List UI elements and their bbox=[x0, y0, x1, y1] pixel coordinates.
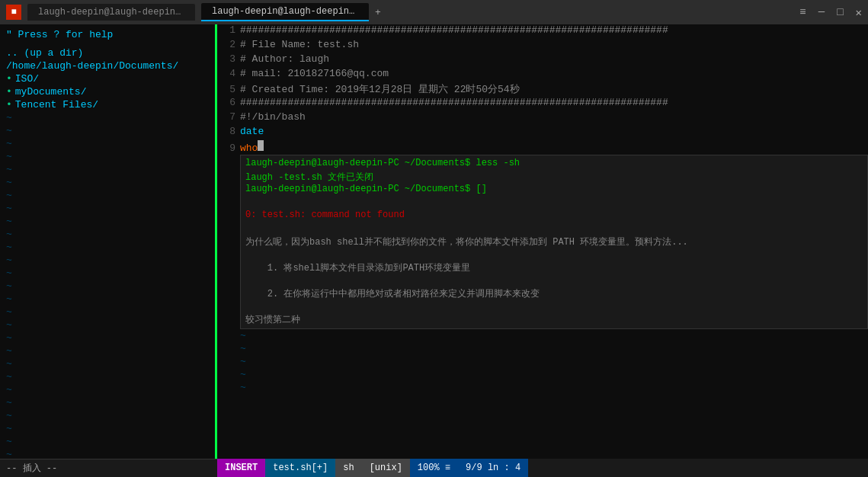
tilde-line: ~ bbox=[0, 422, 215, 435]
menu-button[interactable]: ≡ bbox=[799, 6, 806, 19]
maximize-button[interactable]: □ bbox=[837, 6, 843, 19]
editor-line-6: 6 ######################################… bbox=[217, 97, 868, 111]
terminal-line bbox=[245, 300, 863, 313]
tilde-line: ~ bbox=[0, 137, 215, 150]
terminal-line: laugh-deepin@laugh-deepin-PC ~/Documents… bbox=[245, 158, 863, 171]
tilde-line: ~ bbox=[217, 381, 868, 394]
tilde-line: ~ bbox=[0, 319, 215, 331]
line-number: 8 bbox=[217, 126, 240, 137]
tilde-line: ~ bbox=[217, 342, 868, 355]
line-text: # Author: laugh bbox=[240, 53, 329, 65]
terminal-line bbox=[245, 274, 863, 287]
line-number: 7 bbox=[217, 111, 240, 123]
filebrowser-panel: " Press ? for help .. (up a dir) /home/l… bbox=[0, 24, 217, 459]
tilde-line: ~ bbox=[0, 435, 215, 448]
tab-1[interactable]: laugh-deepin@laugh-deepin-PC: ~/Document… bbox=[27, 4, 195, 21]
editor-line-4: 4 # mail: 2101827166@qq.com bbox=[217, 68, 868, 82]
tilde-line: ~ bbox=[217, 368, 868, 381]
line-text: # mail: 2101827166@qq.com bbox=[240, 68, 389, 79]
bullet-icon: • bbox=[6, 73, 12, 85]
editor-line-3: 3 # Author: laugh bbox=[217, 53, 868, 68]
terminal-line: 0: test.sh: command not found bbox=[245, 210, 863, 222]
line-text: # File Name: test.sh bbox=[240, 39, 359, 50]
bullet-icon: • bbox=[6, 86, 12, 98]
editor-line-2: 2 # File Name: test.sh bbox=[217, 39, 868, 53]
tilde-line: ~ bbox=[0, 357, 215, 370]
titlebar: ■ laugh-deepin@laugh-deepin-PC: ~/Docume… bbox=[0, 0, 868, 24]
insert-mode-label: -- 插入 -- bbox=[0, 459, 217, 477]
tilde-line: ~ bbox=[0, 293, 215, 306]
terminal-line: 较习惯第二种 bbox=[245, 313, 863, 326]
status-percent: 100% ≡ bbox=[410, 459, 458, 477]
editor-content: 1 ######################################… bbox=[217, 24, 868, 459]
list-item[interactable]: • Tencent Files/ bbox=[0, 98, 215, 111]
line-number: 4 bbox=[217, 68, 240, 79]
tilde-line: ~ bbox=[0, 202, 215, 215]
tilde-line: ~ bbox=[0, 163, 215, 176]
tilde-line: ~ bbox=[0, 189, 215, 202]
tilde-line: ~ bbox=[0, 344, 215, 357]
line-number: 2 bbox=[217, 39, 240, 50]
editor-line-8: 8 date bbox=[217, 126, 868, 140]
main-layout: " Press ? for help .. (up a dir) /home/l… bbox=[0, 24, 868, 459]
line-number: 3 bbox=[217, 53, 240, 65]
tilde-line: ~ bbox=[0, 111, 215, 124]
cursor bbox=[258, 140, 264, 151]
tilde-line: ~ bbox=[0, 176, 215, 189]
tilde-line: ~ bbox=[0, 228, 215, 241]
editor-pane[interactable]: 1 ######################################… bbox=[217, 24, 868, 459]
tab-2[interactable]: laugh-deepin@laugh-deepin-PC: ~/Docume..… bbox=[201, 3, 369, 21]
tilde-line: ~ bbox=[0, 124, 215, 137]
folder-name: Tencent Files/ bbox=[15, 99, 98, 110]
terminal-line bbox=[245, 197, 863, 210]
close-button[interactable]: ✕ bbox=[856, 6, 862, 19]
tilde-line: ~ bbox=[0, 254, 215, 267]
terminal-icon: ■ bbox=[6, 5, 21, 20]
status-encoding: [unix] bbox=[362, 459, 410, 477]
folder-name: ISO/ bbox=[15, 73, 39, 85]
tilde-line: ~ bbox=[0, 306, 215, 319]
terminal-overlay: laugh-deepin@laugh-deepin-PC ~/Documents… bbox=[240, 155, 868, 329]
terminal-line bbox=[245, 248, 863, 261]
filebrowser-hint: " Press ? for help bbox=[0, 27, 215, 42]
tilde-line: ~ bbox=[0, 383, 215, 396]
tilde-line: ~ bbox=[0, 396, 215, 409]
terminal-line: 2. 在你将运行中中都用绝对或者相对路径来定义并调用脚本来改变 bbox=[245, 287, 863, 300]
list-item[interactable]: • myDocuments/ bbox=[0, 85, 215, 98]
bullet-icon: • bbox=[6, 99, 12, 110]
status-filename: test.sh[+] bbox=[265, 459, 335, 477]
tilde-line: ~ bbox=[0, 409, 215, 422]
status-mode: INSERT bbox=[217, 459, 265, 477]
line-number: 1 bbox=[217, 24, 240, 36]
folder-name: myDocuments/ bbox=[15, 86, 87, 98]
line-text: # Created Time: 2019年12月28日 星期六 22时50分54… bbox=[240, 82, 520, 96]
terminal-line: laugh-deepin@laugh-deepin-PC ~/Documents… bbox=[245, 184, 863, 197]
tilde-line: ~ bbox=[0, 331, 215, 344]
terminal-line: 为什么呢，因为bash shell并不能找到你的文件，将你的脚本文件添加到 PA… bbox=[245, 235, 863, 248]
editor-line-1: 1 ######################################… bbox=[217, 24, 868, 39]
new-tab-button[interactable]: + bbox=[375, 7, 381, 18]
line-number: 6 bbox=[217, 97, 240, 108]
line-text: date bbox=[240, 126, 264, 137]
tilde-line: ~ bbox=[217, 329, 868, 342]
tilde-line: ~ bbox=[0, 280, 215, 293]
tilde-line: ~ bbox=[0, 241, 215, 254]
tilde-line: ~ bbox=[0, 267, 215, 280]
minimize-button[interactable]: ─ bbox=[818, 6, 825, 19]
line-text: ########################################… bbox=[240, 24, 668, 36]
bottom-row: -- 插入 -- INSERT test.sh[+] sh [unix] 100… bbox=[0, 459, 868, 477]
line-number: 9 bbox=[217, 142, 240, 154]
terminal-line: laugh -test.sh 文件已关闭 bbox=[245, 171, 863, 184]
editor-line-7: 7 #!/bin/bash bbox=[217, 111, 868, 126]
tilde-line: ~ bbox=[0, 448, 215, 459]
editor-line-5: 5 # Created Time: 2019年12月28日 星期六 22时50分… bbox=[217, 82, 868, 97]
line-number: 5 bbox=[217, 84, 240, 95]
filebrowser-updir[interactable]: .. (up a dir) bbox=[0, 46, 215, 59]
statusbar: INSERT test.sh[+] sh [unix] 100% ≡ 9/9 l… bbox=[217, 459, 528, 477]
list-item[interactable]: • ISO/ bbox=[0, 72, 215, 85]
line-text: who bbox=[240, 142, 258, 154]
terminal-line bbox=[245, 222, 863, 235]
tilde-line: ~ bbox=[0, 215, 215, 228]
tilde-line: ~ bbox=[0, 150, 215, 163]
terminal-line: 1. 将shell脚本文件目录添加到PATH环境变量里 bbox=[245, 261, 863, 274]
